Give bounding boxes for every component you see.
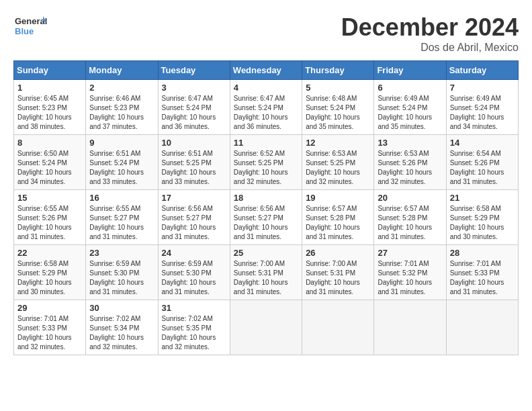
- calendar-day-cell: 7Sunrise: 6:49 AM Sunset: 5:24 PM Daylig…: [446, 80, 518, 135]
- calendar-day-cell: 23Sunrise: 6:59 AM Sunset: 5:30 PM Dayli…: [86, 245, 158, 300]
- weekday-header: Tuesday: [158, 61, 230, 80]
- calendar-day-cell: [446, 300, 518, 355]
- weekday-header: Wednesday: [230, 61, 302, 80]
- calendar-day-cell: 5Sunrise: 6:48 AM Sunset: 5:24 PM Daylig…: [302, 80, 374, 135]
- day-info: Sunrise: 6:58 AM Sunset: 5:29 PM Dayligh…: [450, 204, 515, 242]
- day-number: 3: [162, 83, 226, 93]
- calendar-day-cell: 26Sunrise: 7:00 AM Sunset: 5:31 PM Dayli…: [302, 245, 374, 300]
- calendar-day-cell: 10Sunrise: 6:51 AM Sunset: 5:25 PM Dayli…: [158, 135, 230, 190]
- day-info: Sunrise: 6:59 AM Sunset: 5:30 PM Dayligh…: [89, 259, 154, 297]
- day-info: Sunrise: 6:55 AM Sunset: 5:27 PM Dayligh…: [89, 204, 154, 242]
- day-info: Sunrise: 7:00 AM Sunset: 5:31 PM Dayligh…: [306, 259, 370, 297]
- day-info: Sunrise: 7:01 AM Sunset: 5:33 PM Dayligh…: [450, 259, 515, 297]
- day-info: Sunrise: 6:48 AM Sunset: 5:24 PM Dayligh…: [306, 94, 370, 132]
- day-number: 7: [450, 83, 515, 93]
- day-number: 19: [306, 193, 370, 203]
- calendar-day-cell: 12Sunrise: 6:53 AM Sunset: 5:25 PM Dayli…: [302, 135, 374, 190]
- day-number: 17: [162, 193, 226, 203]
- day-info: Sunrise: 6:55 AM Sunset: 5:26 PM Dayligh…: [17, 204, 82, 242]
- day-info: Sunrise: 6:52 AM Sunset: 5:25 PM Dayligh…: [234, 149, 298, 187]
- day-info: Sunrise: 6:57 AM Sunset: 5:28 PM Dayligh…: [378, 204, 442, 242]
- day-number: 25: [234, 248, 298, 258]
- calendar-day-cell: 27Sunrise: 7:01 AM Sunset: 5:32 PM Dayli…: [374, 245, 446, 300]
- day-info: Sunrise: 6:47 AM Sunset: 5:24 PM Dayligh…: [162, 94, 226, 132]
- calendar-day-cell: 21Sunrise: 6:58 AM Sunset: 5:29 PM Dayli…: [446, 190, 518, 245]
- day-number: 16: [89, 193, 154, 203]
- calendar-week-row: 1Sunrise: 6:45 AM Sunset: 5:23 PM Daylig…: [14, 80, 519, 135]
- calendar-header-row: SundayMondayTuesdayWednesdayThursdayFrid…: [14, 61, 519, 80]
- calendar-day-cell: 30Sunrise: 7:02 AM Sunset: 5:34 PM Dayli…: [86, 300, 158, 355]
- day-info: Sunrise: 6:51 AM Sunset: 5:25 PM Dayligh…: [162, 149, 226, 187]
- day-info: Sunrise: 6:50 AM Sunset: 5:24 PM Dayligh…: [17, 149, 82, 187]
- calendar-day-cell: 20Sunrise: 6:57 AM Sunset: 5:28 PM Dayli…: [374, 190, 446, 245]
- day-info: Sunrise: 7:00 AM Sunset: 5:31 PM Dayligh…: [234, 259, 298, 297]
- weekday-header: Saturday: [446, 61, 518, 80]
- day-info: Sunrise: 6:54 AM Sunset: 5:26 PM Dayligh…: [450, 149, 515, 187]
- month-title: December 2024: [341, 13, 519, 42]
- calendar-day-cell: 1Sunrise: 6:45 AM Sunset: 5:23 PM Daylig…: [14, 80, 86, 135]
- day-info: Sunrise: 6:57 AM Sunset: 5:28 PM Dayligh…: [306, 204, 370, 242]
- calendar-day-cell: 25Sunrise: 7:00 AM Sunset: 5:31 PM Dayli…: [230, 245, 302, 300]
- day-number: 29: [17, 303, 82, 313]
- day-number: 24: [162, 248, 226, 258]
- day-number: 2: [89, 83, 154, 93]
- day-number: 11: [234, 138, 298, 148]
- day-info: Sunrise: 7:01 AM Sunset: 5:32 PM Dayligh…: [378, 259, 442, 297]
- day-info: Sunrise: 6:53 AM Sunset: 5:26 PM Dayligh…: [378, 149, 442, 187]
- calendar-day-cell: 14Sunrise: 6:54 AM Sunset: 5:26 PM Dayli…: [446, 135, 518, 190]
- day-number: 26: [306, 248, 370, 258]
- calendar-day-cell: 31Sunrise: 7:02 AM Sunset: 5:35 PM Dayli…: [158, 300, 230, 355]
- calendar-day-cell: 3Sunrise: 6:47 AM Sunset: 5:24 PM Daylig…: [158, 80, 230, 135]
- day-number: 1: [17, 83, 82, 93]
- svg-text:General: General: [15, 16, 47, 26]
- day-number: 12: [306, 138, 370, 148]
- day-info: Sunrise: 6:47 AM Sunset: 5:24 PM Dayligh…: [234, 94, 298, 132]
- calendar-day-cell: 4Sunrise: 6:47 AM Sunset: 5:24 PM Daylig…: [230, 80, 302, 135]
- calendar-week-row: 15Sunrise: 6:55 AM Sunset: 5:26 PM Dayli…: [14, 190, 519, 245]
- calendar-day-cell: 28Sunrise: 7:01 AM Sunset: 5:33 PM Dayli…: [446, 245, 518, 300]
- day-info: Sunrise: 7:02 AM Sunset: 5:34 PM Dayligh…: [89, 314, 154, 352]
- day-number: 23: [89, 248, 154, 258]
- calendar-week-row: 8Sunrise: 6:50 AM Sunset: 5:24 PM Daylig…: [14, 135, 519, 190]
- day-number: 10: [162, 138, 226, 148]
- calendar-day-cell: [302, 300, 374, 355]
- day-info: Sunrise: 6:46 AM Sunset: 5:23 PM Dayligh…: [89, 94, 154, 132]
- day-number: 21: [450, 193, 515, 203]
- day-number: 31: [162, 303, 226, 313]
- location: Dos de Abril, Mexico: [341, 42, 519, 54]
- calendar-day-cell: [374, 300, 446, 355]
- day-number: 4: [234, 83, 298, 93]
- calendar-day-cell: 24Sunrise: 6:59 AM Sunset: 5:30 PM Dayli…: [158, 245, 230, 300]
- day-number: 15: [17, 193, 82, 203]
- day-info: Sunrise: 6:49 AM Sunset: 5:24 PM Dayligh…: [450, 94, 515, 132]
- svg-text:Blue: Blue: [15, 26, 34, 36]
- calendar-day-cell: 29Sunrise: 7:01 AM Sunset: 5:33 PM Dayli…: [14, 300, 86, 355]
- day-number: 18: [234, 193, 298, 203]
- day-number: 5: [306, 83, 370, 93]
- calendar-day-cell: 11Sunrise: 6:52 AM Sunset: 5:25 PM Dayli…: [230, 135, 302, 190]
- title-block: December 2024 Dos de Abril, Mexico: [341, 13, 519, 54]
- day-info: Sunrise: 6:49 AM Sunset: 5:24 PM Dayligh…: [378, 94, 442, 132]
- logo: General Blue: [13, 13, 47, 40]
- day-number: 9: [89, 138, 154, 148]
- day-info: Sunrise: 6:56 AM Sunset: 5:27 PM Dayligh…: [162, 204, 226, 242]
- day-number: 13: [378, 138, 442, 148]
- day-number: 8: [17, 138, 82, 148]
- calendar-day-cell: 22Sunrise: 6:58 AM Sunset: 5:29 PM Dayli…: [14, 245, 86, 300]
- calendar-day-cell: 9Sunrise: 6:51 AM Sunset: 5:24 PM Daylig…: [86, 135, 158, 190]
- calendar-week-row: 29Sunrise: 7:01 AM Sunset: 5:33 PM Dayli…: [14, 300, 519, 355]
- day-info: Sunrise: 6:53 AM Sunset: 5:25 PM Dayligh…: [306, 149, 370, 187]
- day-info: Sunrise: 6:56 AM Sunset: 5:27 PM Dayligh…: [234, 204, 298, 242]
- day-info: Sunrise: 6:58 AM Sunset: 5:29 PM Dayligh…: [17, 259, 82, 297]
- day-number: 14: [450, 138, 515, 148]
- day-info: Sunrise: 6:59 AM Sunset: 5:30 PM Dayligh…: [162, 259, 226, 297]
- day-info: Sunrise: 7:01 AM Sunset: 5:33 PM Dayligh…: [17, 314, 82, 352]
- calendar-day-cell: 17Sunrise: 6:56 AM Sunset: 5:27 PM Dayli…: [158, 190, 230, 245]
- day-info: Sunrise: 6:45 AM Sunset: 5:23 PM Dayligh…: [17, 94, 82, 132]
- day-number: 20: [378, 193, 442, 203]
- calendar-day-cell: 16Sunrise: 6:55 AM Sunset: 5:27 PM Dayli…: [86, 190, 158, 245]
- calendar-day-cell: 2Sunrise: 6:46 AM Sunset: 5:23 PM Daylig…: [86, 80, 158, 135]
- calendar-table: SundayMondayTuesdayWednesdayThursdayFrid…: [13, 60, 519, 355]
- day-info: Sunrise: 6:51 AM Sunset: 5:24 PM Dayligh…: [89, 149, 154, 187]
- calendar-day-cell: 8Sunrise: 6:50 AM Sunset: 5:24 PM Daylig…: [14, 135, 86, 190]
